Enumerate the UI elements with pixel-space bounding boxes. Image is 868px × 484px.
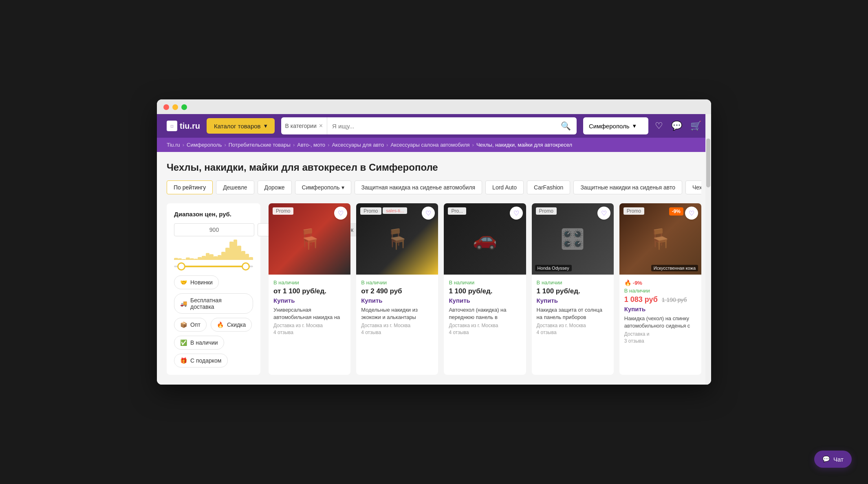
- desc-2: Модельные накидки из экокожи и алькантар…: [361, 306, 433, 321]
- chat-button[interactable]: 💬 Чат: [814, 451, 852, 468]
- breadcrumb-auto[interactable]: Авто-, мото: [297, 142, 325, 148]
- tab-protective-covers[interactable]: Защитные накидки на сиденья авто: [573, 180, 682, 194]
- product-info-1: В наличии от 1 100 руб/ед. Купить Универ…: [269, 275, 350, 340]
- breadcrumb-salon[interactable]: Аксессуары салона автомобиля: [390, 142, 469, 148]
- filter-new[interactable]: 🤝 Новинки: [174, 275, 219, 289]
- favorites-icon[interactable]: ♡: [655, 121, 663, 131]
- buy-button-2[interactable]: Купить: [361, 297, 433, 304]
- product-card-1: 🪑 Promo ♡ В наличии от 1 100 руб/ед. Куп…: [269, 203, 350, 375]
- minimize-button[interactable]: [172, 104, 178, 110]
- tab-by-rating[interactable]: По рейтингу: [167, 180, 213, 194]
- range-thumb-left[interactable]: [177, 262, 185, 271]
- filter-wholesale[interactable]: 📦 Опт: [174, 318, 207, 332]
- reviews-5: 3 отзыва: [624, 338, 696, 344]
- desc-3: Авточехол (накидка) на переднюю панель в: [449, 306, 521, 321]
- site-header: □ tiu.ru Каталог товаров ▾ В категории ×…: [157, 114, 711, 138]
- filter-discount[interactable]: 🔥 Скидка: [211, 318, 252, 332]
- in-stock-5: В наличии: [624, 288, 696, 294]
- breadcrumb-accessories[interactable]: Аксессуары для авто: [332, 142, 384, 148]
- range-thumb-right[interactable]: [242, 262, 250, 271]
- tab-protective-cover[interactable]: Защитная накидка на сиденье автомобиля: [355, 180, 482, 194]
- price-3: 1 100 руб/ед.: [449, 287, 521, 295]
- breadcrumb-city[interactable]: Симферополь: [187, 142, 222, 148]
- messages-icon[interactable]: 💬: [671, 121, 682, 131]
- filter-free-delivery[interactable]: 🚚 Бесплатная доставка: [174, 293, 253, 314]
- buy-button-5[interactable]: Купить: [624, 306, 696, 312]
- buy-button-4[interactable]: Купить: [537, 297, 609, 304]
- search-button[interactable]: 🔍: [555, 121, 577, 131]
- buy-button-1[interactable]: Купить: [273, 297, 346, 304]
- chevron-down-icon: ▾: [264, 122, 267, 130]
- tab-covers[interactable]: Чехлы и: [685, 180, 701, 194]
- breadcrumb-sep-1: ›: [224, 142, 226, 148]
- category-clear-icon[interactable]: ×: [319, 122, 323, 130]
- sales-badge-2: sales-ti...: [383, 207, 407, 214]
- product-card-3: 🚗 Pro... ♡ В наличии 1 100 руб/ед. Купит…: [444, 203, 526, 375]
- browser-chrome: [157, 99, 711, 114]
- breadcrumb-sep-4: ›: [386, 142, 388, 148]
- filter-tabs: По рейтингу Дешевле Дороже Симферополь ▾…: [167, 180, 701, 194]
- favorite-button-2[interactable]: ♡: [422, 207, 435, 220]
- filter-discount-label: Скидка: [227, 321, 246, 328]
- product-info-2: В наличии от 2 490 руб Купить Модельные …: [356, 275, 438, 340]
- price-old-5: 1 190 руб: [662, 297, 687, 303]
- chat-icon: 💬: [822, 455, 830, 463]
- product-image-2: 🪑 Promo sales-ti... ♡: [356, 203, 438, 275]
- product-img-icon-3: 🚗: [473, 228, 497, 251]
- tab-city-label: Симферополь: [302, 184, 340, 191]
- favorite-button-5[interactable]: ♡: [685, 207, 698, 220]
- product-img-icon-4: 🎛️: [560, 228, 585, 251]
- tab-cheaper[interactable]: Дешевле: [216, 180, 254, 194]
- promo-badge-2: Promo: [360, 207, 381, 215]
- favorite-button-4[interactable]: ♡: [597, 207, 610, 220]
- page-title: Чехлы, накидки, майки для автокресел в С…: [167, 162, 701, 173]
- search-icon: 🔍: [561, 121, 571, 130]
- tab-more-expensive[interactable]: Дороже: [258, 180, 292, 194]
- desc-1: Универсальная автомобильная накидка на: [273, 306, 346, 321]
- maximize-button[interactable]: [181, 104, 187, 110]
- tab-lord-auto[interactable]: Lord Auto: [485, 180, 524, 194]
- price-range-title: Диапазон цен, руб.: [174, 211, 253, 218]
- sidebar: Диапазон цен, руб. Ок: [167, 203, 260, 375]
- delivery-1: Доставка из г. Москва: [273, 323, 346, 328]
- fire-badge-icon: 🔥: [624, 279, 631, 286]
- price-min-input[interactable]: [174, 223, 254, 236]
- range-track: [174, 266, 253, 267]
- filter-in-stock[interactable]: ✅ В наличии: [174, 336, 224, 350]
- leather-label-5: Искусственная кожа: [651, 265, 698, 271]
- reviews-4: 4 отзыва: [537, 330, 609, 335]
- product-info-5: 🔥 -9% В наличии 1 083 руб 1 190 руб Купи…: [619, 275, 701, 349]
- cart-icon[interactable]: 🛒: [690, 121, 701, 131]
- price-2: от 2 490 руб: [361, 287, 433, 295]
- price-1: от 1 100 руб/ед.: [273, 287, 346, 295]
- range-chart: [174, 240, 253, 260]
- favorite-button-1[interactable]: ♡: [334, 207, 347, 220]
- page-wrapper: □ tiu.ru Каталог товаров ▾ В категории ×…: [157, 114, 711, 385]
- breadcrumb-consumer[interactable]: Потребительские товары: [229, 142, 291, 148]
- search-input[interactable]: [327, 123, 555, 130]
- product-card-2: 🪑 Promo sales-ti... ♡ В наличии от 2 490…: [356, 203, 438, 375]
- close-button[interactable]: [163, 104, 169, 110]
- product-image-4: 🎛️ Promo Honda Odyssey ♡: [532, 203, 614, 275]
- chevron-down-icon: ▾: [341, 184, 344, 191]
- price-range-slider[interactable]: [174, 243, 253, 267]
- scrollbar-thumb[interactable]: [706, 139, 710, 187]
- buy-button-3[interactable]: Купить: [449, 297, 521, 304]
- catalog-button[interactable]: Каталог товаров ▾: [207, 118, 275, 134]
- product-card-4: 🎛️ Promo Honda Odyssey ♡ В наличии 1 100…: [532, 203, 614, 375]
- delivery-3: Доставка из г. Москва: [449, 323, 521, 328]
- tab-city[interactable]: Симферополь ▾: [295, 180, 351, 194]
- product-img-icon-5: 🪑: [648, 228, 672, 251]
- breadcrumb-home[interactable]: Tiu.ru: [167, 142, 180, 148]
- product-image-1: 🪑 Promo ♡: [269, 203, 350, 275]
- logo[interactable]: □ tiu.ru: [167, 121, 200, 131]
- favorite-button-3[interactable]: ♡: [510, 207, 523, 220]
- city-selector[interactable]: Симферополь ▾: [583, 117, 648, 134]
- desc-4: Накидка защита от солнца на панель прибо…: [537, 306, 609, 321]
- chat-label: Чат: [833, 456, 844, 463]
- tab-carfashion[interactable]: CarFashion: [527, 180, 570, 194]
- catalog-label: Каталог товаров: [214, 123, 261, 130]
- filter-gift[interactable]: 🎁 С подарком: [174, 354, 228, 367]
- delivery-icon: 🚚: [180, 300, 187, 307]
- range-fill: [178, 266, 249, 267]
